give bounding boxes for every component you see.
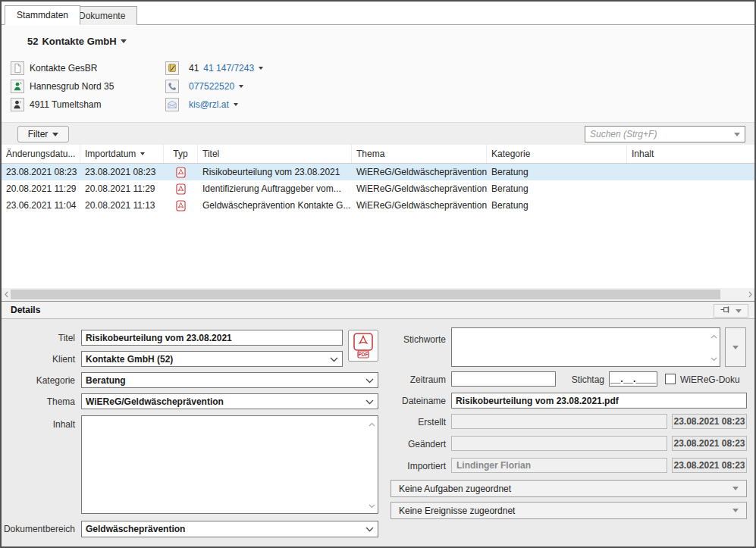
cell-kategorie: Beratung	[487, 183, 627, 194]
chevron-down-icon[interactable]	[239, 85, 243, 88]
chevron-down-icon[interactable]	[121, 39, 127, 43]
cell-thema: WiEReG/Geldwäscheprävention	[352, 167, 487, 177]
wiereg-doku-label: WiEReG-Doku	[680, 374, 740, 385]
column-header-titel[interactable]: Titel	[198, 145, 352, 163]
cell-aenderung: 20.08.2021 11:29	[2, 183, 80, 194]
kategorie-select[interactable]: Beratung	[81, 372, 378, 388]
table-header: Änderungsdatu... Importdatum Typ Titel T…	[2, 145, 754, 164]
company-row: Kontakte GesBR	[11, 59, 114, 77]
client-header: 52 Kontakte GmbH Kontakte GesBR Hannesgr…	[2, 26, 754, 122]
street: Hannesgrub Nord 35	[30, 81, 114, 92]
details-panel: Details Titel PDF Klient Kontakte GmbH (	[2, 301, 754, 548]
klient-select[interactable]: Kontakte GmbH (52)	[81, 351, 343, 367]
titel-label: Titel	[2, 333, 75, 343]
search-combo	[585, 126, 745, 142]
collapse-panel-icon[interactable]	[736, 309, 742, 313]
city: 4911 Tumeltsham	[30, 99, 102, 110]
chevron-down-icon	[52, 133, 58, 136]
column-header-aenderungsdatum[interactable]: Änderungsdatu...	[2, 145, 80, 163]
horizontal-scrollbar[interactable]	[2, 288, 754, 301]
kategorie-label: Kategorie	[2, 375, 75, 386]
app-window: Dokumente Stammdaten 52 Kontakte GmbH Ko…	[0, 0, 756, 548]
pdf-file-icon	[164, 167, 198, 178]
phone1-link[interactable]: 41 147/7243	[203, 63, 254, 74]
phone1-row: 41 41 147/7243	[165, 59, 263, 77]
dokumentbereich-label: Dokumentbereich	[2, 524, 75, 534]
tab-stammdaten-label: Stammdaten	[17, 10, 68, 20]
dokumentbereich-select[interactable]: Geldwäscheprävention	[81, 521, 378, 537]
column-header-inhalt[interactable]: Inhalt	[627, 145, 754, 163]
table-row[interactable]: 23.06.2021 11:04 20.08.2021 11:13 Geldwä…	[2, 197, 754, 214]
scrollbar-thumb[interactable]	[11, 290, 720, 299]
chevron-down-icon	[732, 346, 739, 349]
inhalt-label: Inhalt	[2, 419, 75, 430]
details-tools	[714, 304, 748, 318]
phone1-prefix: 41	[189, 63, 199, 74]
chevron-down-icon	[365, 524, 374, 534]
phone2-link[interactable]: 077522520	[189, 81, 234, 92]
klient-label: Klient	[2, 354, 75, 365]
email-icon	[165, 98, 179, 111]
cell-titel: Geldwäscheprävention Kontakte G...	[198, 200, 352, 211]
svg-text:PDF: PDF	[359, 352, 369, 357]
cell-aenderung: 23.06.2021 11:04	[2, 200, 80, 211]
email-link[interactable]: kis@rzl.at	[189, 99, 229, 110]
details-titlebar: Details	[2, 301, 754, 319]
city-row: 4911 Tumeltsham	[11, 96, 114, 114]
scroll-up-icon[interactable]	[711, 330, 717, 341]
client-name: Kontakte GmbH	[42, 36, 116, 47]
scroll-left-icon[interactable]	[2, 291, 11, 298]
dateiname-field	[451, 393, 747, 409]
thema-select[interactable]: WiEReG/Geldwäscheprävention	[81, 393, 378, 409]
stichworte-textarea[interactable]	[451, 327, 720, 367]
tab-stammdaten[interactable]: Stammdaten	[5, 5, 80, 25]
client-selector[interactable]: 52 Kontakte GmbH	[27, 36, 127, 47]
table-row[interactable]: 23.08.2021 08:23 23.08.2021 08:23 Risiko…	[2, 164, 754, 180]
stichworte-label: Stichworte	[358, 334, 446, 345]
titel-input[interactable]	[82, 330, 342, 345]
column-header-thema[interactable]: Thema	[352, 145, 487, 163]
chevron-down-icon[interactable]	[259, 67, 263, 70]
filter-button[interactable]: Filter	[17, 126, 69, 142]
column-header-typ[interactable]: Typ	[164, 145, 198, 163]
stichworte-dropdown-button[interactable]	[725, 327, 746, 367]
pdf-file-icon	[164, 183, 198, 195]
column-header-importdatum[interactable]: Importdatum	[80, 145, 164, 163]
search-input[interactable]	[585, 127, 734, 142]
ereignisse-button[interactable]: Keine Ereignisse zugeordnet	[391, 502, 747, 519]
scroll-down-icon[interactable]	[711, 353, 717, 364]
cell-import: 20.08.2021 11:29	[80, 183, 164, 194]
search-dropdown-icon[interactable]	[734, 133, 740, 136]
tab-dokumente-label: Dokumente	[79, 11, 125, 21]
geaendert-label: Geändert	[358, 439, 446, 449]
geaendert-user-field	[451, 436, 667, 451]
inhalt-textarea[interactable]	[81, 415, 378, 514]
stichtag-input[interactable]: __.__.____	[609, 371, 657, 387]
scroll-right-icon[interactable]	[745, 291, 754, 298]
cell-titel: Risikobeurteilung vom 23.08.2021	[198, 167, 352, 177]
geaendert-date: 23.08.2021 08:23	[672, 436, 747, 451]
phone-icon	[165, 80, 179, 93]
table-empty-space	[2, 214, 754, 288]
table-row[interactable]: 20.08.2021 11:29 20.08.2021 11:29 Identi…	[2, 180, 754, 197]
chevron-down-icon	[732, 487, 739, 490]
company-name: Kontakte GesBR	[30, 63, 97, 74]
cell-aenderung: 23.08.2021 08:23	[2, 167, 80, 177]
importiert-label: Importiert	[358, 461, 446, 471]
importiert-user-field: Lindinger Florian	[451, 458, 667, 473]
aufgaben-button[interactable]: Keine Aufgaben zugeordnet	[391, 480, 747, 497]
document-icon	[11, 61, 24, 75]
stichtag-label: Stichtag	[532, 374, 604, 385]
scroll-down-icon[interactable]	[369, 500, 375, 511]
importiert-date: 23.08.2021 08:23	[672, 458, 747, 473]
column-header-kategorie[interactable]: Kategorie	[487, 145, 627, 163]
pin-icon[interactable]	[720, 305, 730, 317]
titel-field	[81, 330, 343, 346]
chevron-down-icon[interactable]	[234, 103, 238, 106]
cell-import: 23.08.2021 08:23	[80, 167, 164, 177]
cell-thema: WiEReG/Geldwäscheprävention	[352, 200, 487, 211]
wiereg-doku-checkbox[interactable]	[665, 374, 676, 384]
phone2-row: 077522520	[165, 77, 263, 96]
dateiname-input[interactable]	[452, 393, 746, 408]
phonebook-icon	[165, 61, 179, 75]
